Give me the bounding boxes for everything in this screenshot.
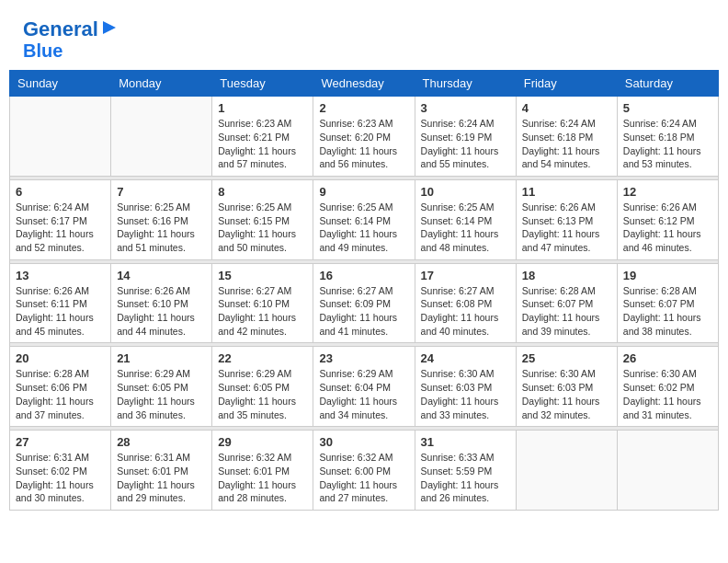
logo-text-general: General bbox=[23, 18, 98, 40]
calendar-week-row: 20Sunrise: 6:28 AM Sunset: 6:06 PM Dayli… bbox=[10, 347, 719, 427]
day-number: 20 bbox=[16, 351, 105, 365]
calendar-header-saturday: Saturday bbox=[617, 71, 718, 97]
calendar-table: SundayMondayTuesdayWednesdayThursdayFrid… bbox=[9, 70, 719, 511]
day-number: 14 bbox=[117, 269, 206, 282]
day-number: 16 bbox=[319, 269, 408, 282]
calendar-cell: 6Sunrise: 6:24 AM Sunset: 6:17 PM Daylig… bbox=[10, 179, 111, 259]
calendar-cell: 28Sunrise: 6:31 AM Sunset: 6:01 PM Dayli… bbox=[111, 431, 212, 511]
calendar-cell: 8Sunrise: 6:25 AM Sunset: 6:15 PM Daylig… bbox=[212, 179, 313, 259]
day-info: Sunrise: 6:27 AM Sunset: 6:10 PM Dayligh… bbox=[218, 284, 307, 339]
day-number: 25 bbox=[522, 351, 611, 365]
calendar-cell bbox=[516, 431, 617, 511]
calendar-cell bbox=[10, 97, 111, 177]
day-number: 29 bbox=[218, 435, 307, 449]
calendar-cell: 10Sunrise: 6:25 AM Sunset: 6:14 PM Dayli… bbox=[415, 179, 516, 259]
day-info: Sunrise: 6:24 AM Sunset: 6:18 PM Dayligh… bbox=[623, 117, 712, 171]
calendar-cell: 31Sunrise: 6:33 AM Sunset: 5:59 PM Dayli… bbox=[415, 431, 516, 511]
calendar-cell: 26Sunrise: 6:30 AM Sunset: 6:02 PM Dayli… bbox=[617, 347, 718, 427]
day-info: Sunrise: 6:24 AM Sunset: 6:19 PM Dayligh… bbox=[421, 117, 510, 171]
calendar-cell: 25Sunrise: 6:30 AM Sunset: 6:03 PM Dayli… bbox=[516, 347, 617, 427]
calendar-cell: 4Sunrise: 6:24 AM Sunset: 6:18 PM Daylig… bbox=[516, 97, 617, 177]
calendar-header-tuesday: Tuesday bbox=[212, 71, 313, 97]
day-info: Sunrise: 6:25 AM Sunset: 6:16 PM Dayligh… bbox=[117, 201, 206, 255]
day-info: Sunrise: 6:24 AM Sunset: 6:18 PM Dayligh… bbox=[522, 117, 611, 171]
day-number: 27 bbox=[16, 435, 105, 449]
day-info: Sunrise: 6:28 AM Sunset: 6:07 PM Dayligh… bbox=[522, 284, 611, 339]
calendar-cell: 3Sunrise: 6:24 AM Sunset: 6:19 PM Daylig… bbox=[415, 97, 516, 177]
calendar-cell: 24Sunrise: 6:30 AM Sunset: 6:03 PM Dayli… bbox=[415, 347, 516, 427]
calendar-cell: 29Sunrise: 6:32 AM Sunset: 6:01 PM Dayli… bbox=[212, 431, 313, 511]
calendar-week-row: 13Sunrise: 6:26 AM Sunset: 6:11 PM Dayli… bbox=[10, 263, 719, 343]
day-info: Sunrise: 6:25 AM Sunset: 6:14 PM Dayligh… bbox=[319, 201, 408, 255]
calendar-header-thursday: Thursday bbox=[415, 71, 516, 97]
logo: General Blue bbox=[23, 18, 116, 61]
day-number: 2 bbox=[319, 101, 408, 115]
day-info: Sunrise: 6:30 AM Sunset: 6:02 PM Dayligh… bbox=[623, 367, 712, 421]
day-number: 13 bbox=[16, 269, 105, 282]
day-info: Sunrise: 6:31 AM Sunset: 6:02 PM Dayligh… bbox=[16, 451, 105, 505]
day-number: 23 bbox=[319, 351, 408, 365]
day-info: Sunrise: 6:25 AM Sunset: 6:14 PM Dayligh… bbox=[421, 201, 510, 255]
calendar-cell: 16Sunrise: 6:27 AM Sunset: 6:09 PM Dayli… bbox=[313, 263, 415, 343]
calendar-cell bbox=[617, 431, 718, 511]
calendar-cell: 11Sunrise: 6:26 AM Sunset: 6:13 PM Dayli… bbox=[516, 179, 617, 259]
day-number: 18 bbox=[522, 269, 611, 282]
day-number: 11 bbox=[522, 185, 611, 199]
day-number: 10 bbox=[421, 185, 510, 199]
day-number: 24 bbox=[421, 351, 510, 365]
day-info: Sunrise: 6:23 AM Sunset: 6:20 PM Dayligh… bbox=[319, 117, 408, 171]
logo-triangle-icon bbox=[99, 19, 116, 36]
day-number: 26 bbox=[623, 351, 712, 365]
calendar-cell: 19Sunrise: 6:28 AM Sunset: 6:07 PM Dayli… bbox=[617, 263, 718, 343]
day-info: Sunrise: 6:28 AM Sunset: 6:06 PM Dayligh… bbox=[16, 367, 105, 421]
day-number: 21 bbox=[117, 351, 206, 365]
day-info: Sunrise: 6:30 AM Sunset: 6:03 PM Dayligh… bbox=[421, 367, 510, 421]
day-number: 12 bbox=[623, 185, 712, 199]
calendar-cell: 7Sunrise: 6:25 AM Sunset: 6:16 PM Daylig… bbox=[111, 179, 212, 259]
day-number: 19 bbox=[623, 269, 712, 282]
day-info: Sunrise: 6:23 AM Sunset: 6:21 PM Dayligh… bbox=[218, 117, 307, 171]
day-info: Sunrise: 6:33 AM Sunset: 5:59 PM Dayligh… bbox=[421, 451, 510, 505]
calendar-header-sunday: Sunday bbox=[10, 71, 111, 97]
day-number: 9 bbox=[319, 185, 408, 199]
calendar-cell: 9Sunrise: 6:25 AM Sunset: 6:14 PM Daylig… bbox=[313, 179, 415, 259]
calendar-cell: 12Sunrise: 6:26 AM Sunset: 6:12 PM Dayli… bbox=[617, 179, 718, 259]
day-number: 6 bbox=[16, 185, 105, 199]
day-info: Sunrise: 6:24 AM Sunset: 6:17 PM Dayligh… bbox=[16, 201, 105, 255]
day-info: Sunrise: 6:32 AM Sunset: 6:01 PM Dayligh… bbox=[218, 451, 307, 505]
calendar-cell bbox=[111, 97, 212, 177]
day-number: 8 bbox=[218, 185, 307, 199]
calendar-cell: 21Sunrise: 6:29 AM Sunset: 6:05 PM Dayli… bbox=[111, 347, 212, 427]
calendar-cell: 2Sunrise: 6:23 AM Sunset: 6:20 PM Daylig… bbox=[313, 97, 415, 177]
day-info: Sunrise: 6:31 AM Sunset: 6:01 PM Dayligh… bbox=[117, 451, 206, 505]
calendar-week-row: 27Sunrise: 6:31 AM Sunset: 6:02 PM Dayli… bbox=[10, 431, 719, 511]
calendar-header-wednesday: Wednesday bbox=[313, 71, 415, 97]
day-info: Sunrise: 6:26 AM Sunset: 6:12 PM Dayligh… bbox=[623, 201, 712, 255]
calendar-week-row: 6Sunrise: 6:24 AM Sunset: 6:17 PM Daylig… bbox=[10, 179, 719, 259]
calendar-cell: 27Sunrise: 6:31 AM Sunset: 6:02 PM Dayli… bbox=[10, 431, 111, 511]
calendar-cell: 5Sunrise: 6:24 AM Sunset: 6:18 PM Daylig… bbox=[617, 97, 718, 177]
calendar-cell: 22Sunrise: 6:29 AM Sunset: 6:05 PM Dayli… bbox=[212, 347, 313, 427]
day-info: Sunrise: 6:27 AM Sunset: 6:09 PM Dayligh… bbox=[319, 284, 408, 339]
day-number: 7 bbox=[117, 185, 206, 199]
day-info: Sunrise: 6:29 AM Sunset: 6:04 PM Dayligh… bbox=[319, 367, 408, 421]
calendar-header-monday: Monday bbox=[111, 71, 212, 97]
day-number: 3 bbox=[421, 101, 510, 115]
calendar-cell: 13Sunrise: 6:26 AM Sunset: 6:11 PM Dayli… bbox=[10, 263, 111, 343]
day-number: 4 bbox=[522, 101, 611, 115]
calendar-cell: 14Sunrise: 6:26 AM Sunset: 6:10 PM Dayli… bbox=[111, 263, 212, 343]
day-info: Sunrise: 6:29 AM Sunset: 6:05 PM Dayligh… bbox=[218, 367, 307, 421]
calendar-cell: 1Sunrise: 6:23 AM Sunset: 6:21 PM Daylig… bbox=[212, 97, 313, 177]
day-info: Sunrise: 6:26 AM Sunset: 6:13 PM Dayligh… bbox=[522, 201, 611, 255]
day-info: Sunrise: 6:26 AM Sunset: 6:10 PM Dayligh… bbox=[117, 284, 206, 339]
calendar-cell: 15Sunrise: 6:27 AM Sunset: 6:10 PM Dayli… bbox=[212, 263, 313, 343]
calendar-week-row: 1Sunrise: 6:23 AM Sunset: 6:21 PM Daylig… bbox=[10, 97, 719, 177]
day-number: 1 bbox=[218, 101, 307, 115]
day-info: Sunrise: 6:26 AM Sunset: 6:11 PM Dayligh… bbox=[16, 284, 105, 339]
calendar-cell: 18Sunrise: 6:28 AM Sunset: 6:07 PM Dayli… bbox=[516, 263, 617, 343]
calendar-cell: 23Sunrise: 6:29 AM Sunset: 6:04 PM Dayli… bbox=[313, 347, 415, 427]
calendar-cell: 30Sunrise: 6:32 AM Sunset: 6:00 PM Dayli… bbox=[313, 431, 415, 511]
day-number: 30 bbox=[319, 435, 408, 449]
day-number: 31 bbox=[421, 435, 510, 449]
calendar-cell: 17Sunrise: 6:27 AM Sunset: 6:08 PM Dayli… bbox=[415, 263, 516, 343]
